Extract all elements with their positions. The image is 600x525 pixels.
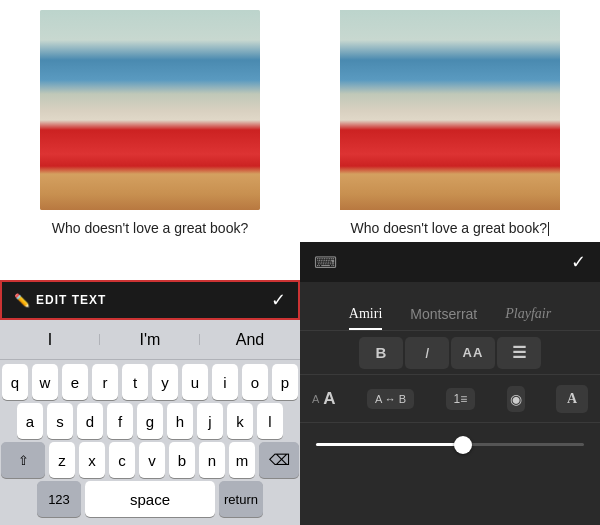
left-card: Who doesn't love a great book? (0, 0, 300, 280)
right-card: Who doesn't love a great book? (300, 0, 600, 242)
key-w[interactable]: w (32, 364, 58, 400)
key-j[interactable]: j (197, 403, 223, 439)
font-size-slider[interactable] (316, 443, 584, 446)
key-row-1: q w e r t y u i o p (3, 364, 297, 400)
text-color-button[interactable]: A (556, 385, 588, 413)
keyboard-suggestions: I I'm And (0, 320, 300, 360)
checkmark-right[interactable]: ✓ (571, 251, 586, 273)
edit-toolbar: ✏️ EDIT TEXT ✓ (0, 280, 300, 320)
list-button[interactable]: 1≡ (446, 388, 476, 410)
left-panel: Who doesn't love a great book? ✏️ EDIT T… (0, 0, 300, 525)
key-z[interactable]: z (49, 442, 75, 478)
text-cursor (548, 222, 550, 236)
font-montserrat[interactable]: Montserrat (410, 306, 477, 330)
key-h[interactable]: h (167, 403, 193, 439)
font-amiri[interactable]: Amiri (349, 306, 382, 330)
caption-right: Who doesn't love a great book? (351, 210, 550, 242)
key-m[interactable]: m (229, 442, 255, 478)
key-k[interactable]: k (227, 403, 253, 439)
key-f[interactable]: f (107, 403, 133, 439)
key-o[interactable]: o (242, 364, 268, 400)
key-r[interactable]: r (92, 364, 118, 400)
format-row2: A A A ↔ B 1≡ ◉ A (300, 374, 600, 422)
allcaps-button[interactable]: AA (451, 337, 495, 369)
format-buttons-row1: B I AA ☰ (300, 330, 600, 374)
edit-text-label: EDIT TEXT (36, 293, 106, 307)
dropper-icon[interactable]: ◉ (507, 386, 525, 412)
key-row-4: 123 space return (3, 481, 297, 517)
key-a[interactable]: a (17, 403, 43, 439)
key-row-2: a s d f g h j k l (3, 403, 297, 439)
align-button[interactable]: ☰ (497, 337, 541, 369)
letter-spacing-button[interactable]: A ↔ B (367, 389, 414, 409)
suggestion-i[interactable]: I (0, 331, 100, 349)
key-n[interactable]: n (199, 442, 225, 478)
italic-button[interactable]: I (405, 337, 449, 369)
key-123[interactable]: 123 (37, 481, 81, 517)
bold-button[interactable]: B (359, 337, 403, 369)
font-playfair[interactable]: Playfair (505, 306, 551, 330)
key-y[interactable]: y (152, 364, 178, 400)
caption-left: Who doesn't love a great book? (52, 210, 248, 242)
suggestion-im[interactable]: I'm (100, 331, 200, 349)
key-l[interactable]: l (257, 403, 283, 439)
key-c[interactable]: c (109, 442, 135, 478)
slider-row (300, 422, 600, 466)
book-image-left (40, 10, 260, 210)
right-spacer (300, 466, 600, 525)
key-u[interactable]: u (182, 364, 208, 400)
key-shift[interactable]: ⇧ (1, 442, 45, 478)
key-v[interactable]: v (139, 442, 165, 478)
font-selector: Amiri Montserrat Playfair (300, 282, 600, 330)
key-e[interactable]: e (62, 364, 88, 400)
key-x[interactable]: x (79, 442, 105, 478)
key-q[interactable]: q (2, 364, 28, 400)
suggestion-and[interactable]: And (200, 331, 300, 349)
key-p[interactable]: p (272, 364, 298, 400)
book-image-right (340, 10, 560, 210)
key-space[interactable]: space (85, 481, 215, 517)
pencil-icon: ✏️ (14, 293, 30, 308)
right-panel: Who doesn't love a great book? ⌨ ✓ Amiri… (300, 0, 600, 525)
keyboard: q w e r t y u i o p a s d f g h j k l ⇧ … (0, 360, 300, 525)
slider-thumb[interactable] (454, 436, 472, 454)
key-i[interactable]: i (212, 364, 238, 400)
key-backspace[interactable]: ⌫ (259, 442, 299, 478)
key-s[interactable]: s (47, 403, 73, 439)
checkmark-left[interactable]: ✓ (271, 289, 286, 311)
key-return[interactable]: return (219, 481, 263, 517)
format-toolbar: ⌨ ✓ (300, 242, 600, 282)
key-t[interactable]: t (122, 364, 148, 400)
key-b[interactable]: b (169, 442, 195, 478)
key-d[interactable]: d (77, 403, 103, 439)
keyboard-icon[interactable]: ⌨ (314, 253, 337, 272)
key-g[interactable]: g (137, 403, 163, 439)
key-row-3: ⇧ z x c v b n m ⌫ (3, 442, 297, 478)
font-size-button[interactable]: A A (312, 389, 336, 409)
slider-fill (316, 443, 463, 446)
